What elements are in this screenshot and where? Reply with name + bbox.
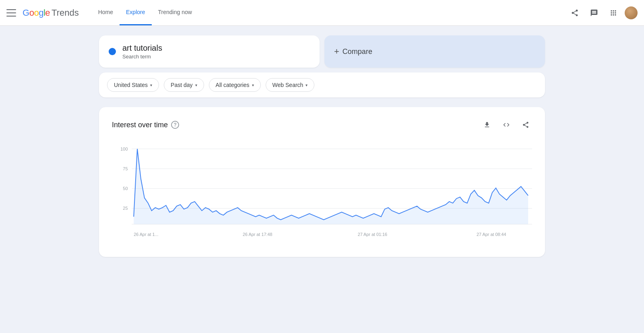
x-label-2: 27 Apr at 01:16 xyxy=(358,232,387,237)
filter-bar: United States ▾ Past day ▾ All categorie… xyxy=(99,72,545,97)
category-filter-label: All categories xyxy=(216,82,250,88)
main-nav: Home Explore Trending now xyxy=(92,0,567,25)
nav-explore[interactable]: Explore xyxy=(120,0,151,25)
share-button[interactable] xyxy=(567,5,583,21)
user-avatar[interactable] xyxy=(625,6,638,19)
chart-container: 100 75 50 25 26 Apr at 1... 26 Apr at 17… xyxy=(112,141,532,246)
search-section: art tutorials Search term + Compare xyxy=(99,35,545,68)
location-filter-label: United States xyxy=(114,82,148,88)
trends-wordmark: Trends xyxy=(52,8,79,18)
apps-button[interactable] xyxy=(605,5,621,21)
app-header: Google Trends Home Explore Trending now xyxy=(0,0,644,26)
compare-card[interactable]: + Compare xyxy=(324,35,545,68)
type-filter-chevron: ▾ xyxy=(305,83,308,87)
interest-chart: 100 75 50 25 26 Apr at 1... 26 Apr at 17… xyxy=(112,141,532,244)
type-filter[interactable]: Web Search ▾ xyxy=(266,78,315,92)
chart-area-fill xyxy=(134,149,528,224)
y-label-25: 25 xyxy=(123,206,128,211)
menu-icon[interactable] xyxy=(6,8,16,18)
time-filter[interactable]: Past day ▾ xyxy=(164,78,204,92)
time-filter-label: Past day xyxy=(171,82,192,88)
compare-plus-icon: + xyxy=(334,46,339,57)
chart-header: Interest over time ? xyxy=(112,118,532,131)
x-label-3: 27 Apr at 08:44 xyxy=(477,232,506,237)
location-filter[interactable]: United States ▾ xyxy=(107,78,159,92)
google-wordmark: Google xyxy=(23,8,50,18)
nav-home[interactable]: Home xyxy=(92,0,120,25)
help-icon[interactable]: ? xyxy=(171,121,179,129)
search-term: art tutorials xyxy=(122,43,162,53)
compare-label: Compare xyxy=(343,48,372,56)
search-dot xyxy=(109,48,116,55)
x-label-0: 26 Apr at 1... xyxy=(134,232,158,237)
search-text-area: art tutorials Search term xyxy=(122,43,162,60)
y-label-75: 75 xyxy=(123,166,128,171)
location-filter-chevron: ▾ xyxy=(150,83,152,87)
search-card: art tutorials Search term xyxy=(99,35,320,68)
time-filter-chevron: ▾ xyxy=(195,83,197,87)
message-button[interactable] xyxy=(586,5,602,21)
download-chart-button[interactable] xyxy=(481,118,493,131)
logo: Google Trends xyxy=(23,8,79,18)
category-filter-chevron: ▾ xyxy=(252,83,254,87)
y-label-50: 50 xyxy=(123,186,128,191)
search-type: Search term xyxy=(122,54,162,60)
chart-actions xyxy=(481,118,532,131)
page-content: art tutorials Search term + Compare Unit… xyxy=(93,26,551,267)
nav-trending[interactable]: Trending now xyxy=(152,0,198,25)
header-right-actions xyxy=(567,5,638,21)
interest-over-time-card: Interest over time ? xyxy=(99,107,545,257)
type-filter-label: Web Search xyxy=(272,82,303,88)
share-chart-button[interactable] xyxy=(519,118,532,131)
y-label-100: 100 xyxy=(120,147,128,151)
chart-title: Interest over time xyxy=(112,121,168,129)
category-filter[interactable]: All categories ▾ xyxy=(209,78,261,92)
chart-title-area: Interest over time ? xyxy=(112,121,179,129)
x-label-1: 26 Apr at 17:48 xyxy=(243,232,272,237)
embed-chart-button[interactable] xyxy=(500,118,513,131)
